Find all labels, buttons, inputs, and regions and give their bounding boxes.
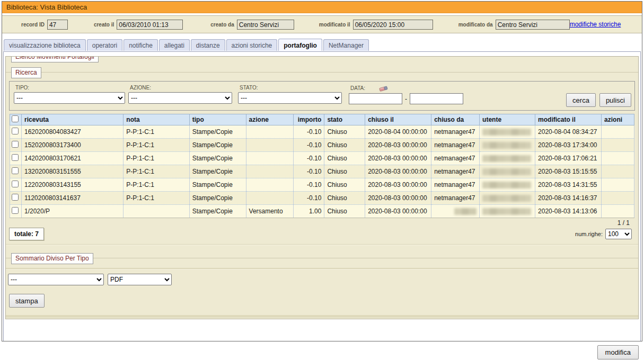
clear-button[interactable]: pulisci — [599, 93, 631, 107]
tipo-filter-select[interactable]: --- — [14, 92, 125, 104]
tab-visualizzazione-biblioteca[interactable]: visualizzazione biblioteca — [4, 39, 86, 51]
cell-modificato-il: 2020-08-03 17:34:00 — [535, 139, 602, 152]
table-header-row: ricevuta nota tipo azione importo stato … — [10, 114, 634, 125]
cell-importo: -0.10 — [294, 125, 324, 139]
cell-importo: -0.10 — [294, 192, 324, 205]
date-to-input[interactable] — [410, 93, 463, 104]
tab-content-panel: Elenco Movimenti Portafogli Ricerca TIPO… — [3, 51, 641, 341]
cell-utente-redacted — [480, 192, 535, 205]
tab-operatori[interactable]: operatori — [87, 39, 122, 51]
tab-distanze[interactable]: distanze — [191, 39, 225, 51]
col-stato: stato — [324, 114, 365, 125]
date-range-row: - — [349, 93, 463, 104]
total-count-badge: totale: 7 — [9, 228, 44, 240]
rows-per-page-control: num.righe: 100 — [575, 229, 632, 239]
azione-filter-select[interactable]: --- — [128, 92, 232, 104]
tab-portafoglio[interactable]: portafoglio — [278, 39, 322, 51]
tab-notifiche[interactable]: notifiche — [123, 39, 158, 51]
col-utente: utente — [480, 114, 535, 125]
data-filter-label: DATA: — [349, 85, 463, 92]
cell-chiuso-il: 2020-08-03 00:00:00 — [365, 152, 431, 165]
section-divider — [6, 244, 638, 245]
cell-azione — [246, 139, 294, 152]
cell-chiuso-da: netmanager47 — [431, 139, 480, 152]
eraser-icon[interactable] — [379, 85, 389, 92]
row-checkbox[interactable] — [12, 167, 19, 174]
cell-azione — [246, 178, 294, 192]
cell-importo: 1.00 — [294, 205, 324, 218]
cell-stato: Chiuso — [324, 192, 365, 205]
record-id-value: 47 — [47, 20, 68, 30]
cell-chiuso-da-redacted — [431, 205, 480, 218]
stato-filter-select[interactable]: --- — [238, 92, 342, 104]
table-footer-row: totale: 7 num.righe: 100 — [9, 227, 632, 241]
date-from-input[interactable] — [349, 93, 402, 104]
cell-utente-redacted — [480, 125, 535, 139]
cell-chiuso-il: 2020-08-03 00:00:00 — [365, 192, 431, 205]
col-ricevuta: ricevuta — [21, 114, 123, 125]
cell-chiuso-il: 2020-08-03 00:00:00 — [365, 178, 431, 192]
cell-importo: -0.10 — [294, 178, 324, 192]
cell-modificato-il: 2020-08-03 14:31:55 — [535, 178, 602, 192]
cell-chiuso-da: netmanager47 — [431, 192, 480, 205]
search-button[interactable]: cerca — [566, 93, 596, 107]
print-button-row: stampa — [9, 294, 638, 308]
modified-at-label: modificato il — [319, 22, 350, 28]
row-checkbox[interactable] — [12, 141, 19, 148]
tipo-filter-group: TIPO: --- — [14, 85, 125, 104]
row-checkbox[interactable] — [12, 207, 19, 214]
summary-type-select[interactable]: --- — [8, 274, 104, 285]
summary-controls: --- PDF — [8, 274, 638, 285]
pagination-indicator: 1 / 1 — [6, 219, 630, 227]
table-row: 1420200803170621 P-P:1-C:1 Stampe/Copie … — [10, 152, 634, 165]
row-checkbox[interactable] — [12, 194, 19, 201]
cell-importo: -0.10 — [294, 152, 324, 165]
created-by-label: creato da — [210, 22, 234, 28]
data-filter-label-text: DATA: — [350, 85, 365, 91]
row-checkbox[interactable] — [12, 181, 19, 187]
search-section: Ricerca TIPO: --- AZIONE: --- — [6, 72, 638, 318]
tab-allegati[interactable]: allegati — [159, 39, 190, 51]
cell-azione: Versamento — [246, 205, 294, 218]
table-row: 1620200804083427 P-P:1-C:1 Stampe/Copie … — [10, 125, 634, 139]
cell-ricevuta: 1220200803143155 — [21, 178, 123, 192]
cell-tipo: Stampe/Copie — [189, 178, 246, 192]
rows-per-page-select[interactable]: 100 — [605, 229, 632, 239]
cell-chiuso-il: 2020-08-03 00:00:00 — [365, 139, 431, 152]
cell-azioni — [602, 165, 634, 178]
print-button[interactable]: stampa — [9, 294, 45, 308]
cell-stato: Chiuso — [324, 178, 365, 192]
cell-azione — [246, 165, 294, 178]
cell-azione — [246, 152, 294, 165]
row-checkbox[interactable] — [12, 128, 19, 134]
cell-chiuso-da: netmanager47 — [431, 178, 480, 192]
cell-modificato-il: 2020-08-03 15:15:55 — [535, 165, 602, 178]
bottom-action-bar: modifica — [597, 345, 639, 359]
table-row: 1120200803141637 P-P:1-C:1 Stampe/Copie … — [10, 192, 634, 205]
cell-azione — [246, 125, 294, 139]
table-row: 1220200803143155 P-P:1-C:1 Stampe/Copie … — [10, 178, 634, 192]
edit-button[interactable]: modifica — [597, 345, 639, 359]
col-tipo: tipo — [189, 114, 246, 125]
modified-by-group: modificato da Centro Servizi — [458, 20, 570, 30]
search-section-title: Ricerca — [11, 67, 41, 78]
rows-per-page-label: num.righe: — [575, 231, 603, 237]
row-checkbox[interactable] — [12, 154, 19, 161]
select-all-checkbox[interactable] — [12, 115, 19, 122]
cell-ricevuta: 1420200803170621 — [21, 152, 123, 165]
modified-by-label: modificato da — [458, 22, 493, 28]
history-changes-link[interactable]: modifiche storiche — [570, 21, 621, 28]
col-chiuso-il: chiuso il — [365, 114, 431, 125]
table-row: 1320200803151555 P-P:1-C:1 Stampe/Copie … — [10, 165, 634, 178]
cell-tipo: Stampe/Copie — [189, 152, 246, 165]
summary-format-select[interactable]: PDF — [108, 274, 172, 285]
cell-modificato-il: 2020-08-03 14:13:06 — [535, 205, 602, 218]
tab-azioni-storiche[interactable]: azioni storiche — [226, 39, 278, 51]
cell-chiuso-da: netmanager47 — [431, 152, 480, 165]
cell-azioni — [602, 192, 634, 205]
modified-by-value: Centro Servizi — [496, 20, 570, 30]
cell-stato: Chiuso — [324, 152, 365, 165]
cell-ricevuta: 1120200803141637 — [21, 192, 123, 205]
filter-buttons: cerca pulisci — [566, 93, 631, 107]
tab-netmanager[interactable]: NetManager — [323, 39, 369, 51]
